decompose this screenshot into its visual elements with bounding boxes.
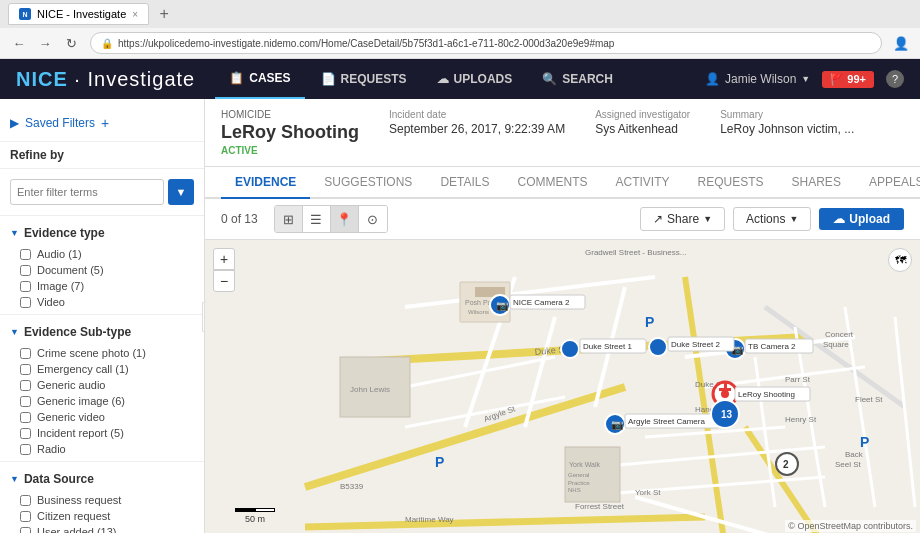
help-btn[interactable]: ? <box>886 70 904 88</box>
saved-filters-label: Saved Filters <box>25 116 95 130</box>
nav-requests[interactable]: 📄 REQUESTS <box>307 59 421 99</box>
filter-video[interactable]: Video <box>0 294 204 310</box>
audio-checkbox[interactable] <box>20 249 31 260</box>
address-bar: ← → ↻ 🔒 https://ukpolicedemo-investigate… <box>0 28 920 58</box>
grid-view-btn[interactable]: ⊞ <box>275 206 303 232</box>
filter-generic-audio[interactable]: Generic audio <box>0 377 204 393</box>
citizen-checkbox[interactable] <box>20 511 31 522</box>
image-checkbox[interactable] <box>20 281 31 292</box>
add-filter-icon[interactable]: + <box>101 115 109 131</box>
filter-input-row: ▼ <box>0 173 204 211</box>
svg-text:P: P <box>435 454 444 470</box>
zoom-in-btn[interactable]: + <box>213 248 235 270</box>
svg-text:General: General <box>568 472 589 478</box>
svg-point-51 <box>721 390 729 398</box>
tab-comments[interactable]: COMMENTS <box>504 167 602 199</box>
business-checkbox[interactable] <box>20 495 31 506</box>
evidence-subtype-label: Evidence Sub-type <box>24 325 131 339</box>
crime-scene-checkbox[interactable] <box>20 348 31 359</box>
back-btn[interactable]: ← <box>8 32 30 54</box>
map-type-control[interactable]: 🗺 <box>888 248 912 272</box>
generic-video-checkbox[interactable] <box>20 412 31 423</box>
share-btn[interactable]: ↗ Share ▼ <box>640 207 725 231</box>
video-checkbox[interactable] <box>20 297 31 308</box>
uploads-label: UPLOADS <box>454 72 513 86</box>
list-view-btn[interactable]: ☰ <box>303 206 331 232</box>
user-profile-btn[interactable]: 👤 <box>890 32 912 54</box>
forward-btn[interactable]: → <box>34 32 56 54</box>
svg-point-45 <box>649 338 667 356</box>
active-tab[interactable]: N NICE - Investigate × <box>8 3 149 25</box>
incident-report-checkbox[interactable] <box>20 428 31 439</box>
scale-black <box>235 508 255 512</box>
nav-cases[interactable]: 📋 CASES <box>215 59 304 99</box>
emergency-checkbox[interactable] <box>20 364 31 375</box>
filter-input[interactable] <box>10 179 164 205</box>
filter-document[interactable]: Document (5) <box>0 262 204 278</box>
logo-dot: · <box>74 68 87 90</box>
filter-radio[interactable]: Radio <box>0 441 204 457</box>
tab-requests[interactable]: REQUESTS <box>684 167 778 199</box>
url-bar[interactable]: 🔒 https://ukpolicedemo-investigate.nidem… <box>90 32 882 54</box>
tab-activity[interactable]: ACTIVITY <box>602 167 684 199</box>
filter-icon: ▶ <box>10 116 19 130</box>
filter-emergency[interactable]: Emergency call (1) <box>0 361 204 377</box>
incident-date-label: Incident date <box>389 109 565 120</box>
filter-audio[interactable]: Audio (1) <box>0 246 204 262</box>
actions-btn[interactable]: Actions ▼ <box>733 207 811 231</box>
filter-business[interactable]: Business request <box>0 492 204 508</box>
investigator-value: Sys Aitkenhead <box>595 122 690 136</box>
map-view-btn[interactable]: 📍 <box>331 206 359 232</box>
filter-generic-video[interactable]: Generic video <box>0 409 204 425</box>
data-source-header[interactable]: ▼ Data Source <box>0 466 204 492</box>
divider-1 <box>0 215 204 216</box>
tab-evidence[interactable]: EVIDENCE <box>221 167 310 199</box>
svg-text:13: 13 <box>721 409 733 420</box>
filter-citizen[interactable]: Citizen request <box>0 508 204 524</box>
app-logo: NICE · Investigate <box>16 68 195 91</box>
reload-btn[interactable]: ↻ <box>60 32 82 54</box>
tab-suggestions[interactable]: SUGGESTIONS <box>310 167 426 199</box>
clock-view-btn[interactable]: ⊙ <box>359 206 387 232</box>
emergency-label: Emergency call (1) <box>37 363 129 375</box>
upload-btn[interactable]: ☁ Upload <box>819 208 904 230</box>
flag-icon: 🚩 <box>830 73 844 85</box>
user-added-checkbox[interactable] <box>20 527 31 534</box>
divider-2 <box>0 314 204 315</box>
evidence-type-header[interactable]: ▼ Evidence type <box>0 220 204 246</box>
svg-text:Square: Square <box>823 340 849 349</box>
case-header: HOMICIDE LeRoy Shooting ACTIVE Incident … <box>205 99 920 167</box>
share-icon: ↗ <box>653 212 663 226</box>
user-menu-btn[interactable]: 👤 Jamie Wilson ▼ <box>705 72 810 86</box>
tab-appeals[interactable]: APPEALS <box>855 167 920 199</box>
tab-shares[interactable]: SHARES <box>778 167 855 199</box>
flag-btn[interactable]: 🚩 99+ <box>822 71 874 88</box>
document-checkbox[interactable] <box>20 265 31 276</box>
filter-user-added[interactable]: User added (13) <box>0 524 204 533</box>
browser-chrome: N NICE - Investigate × + ← → ↻ 🔒 https:/… <box>0 0 920 59</box>
upload-cloud-icon: ☁ <box>833 212 845 226</box>
filter-crime-scene[interactable]: Crime scene photo (1) <box>0 345 204 361</box>
map-area[interactable]: Duke Street Argyle St Maritime Way Hanov… <box>205 240 920 533</box>
filter-submit-btn[interactable]: ▼ <box>168 179 194 205</box>
map-type-btn[interactable]: 🗺 <box>888 248 912 272</box>
filter-generic-image[interactable]: Generic image (6) <box>0 393 204 409</box>
nav-search[interactable]: 🔍 SEARCH <box>528 59 627 99</box>
generic-image-checkbox[interactable] <box>20 396 31 407</box>
generic-audio-checkbox[interactable] <box>20 380 31 391</box>
new-tab-btn[interactable]: + <box>153 3 175 25</box>
evidence-subtype-header[interactable]: ▼ Evidence Sub-type <box>0 319 204 345</box>
svg-text:Fleet St: Fleet St <box>855 395 883 404</box>
share-dropdown-icon: ▼ <box>703 214 712 224</box>
saved-filters-btn[interactable]: ▶ Saved Filters + <box>0 109 204 137</box>
zoom-out-btn[interactable]: − <box>213 270 235 292</box>
tab-close-btn[interactable]: × <box>132 9 138 20</box>
nav-uploads[interactable]: ☁ UPLOADS <box>423 59 527 99</box>
svg-text:Argyle Street Camera: Argyle Street Camera <box>628 417 705 426</box>
filter-image[interactable]: Image (7) <box>0 278 204 294</box>
scale-label: 50 m <box>235 514 275 524</box>
user-dropdown-icon: ▼ <box>801 74 810 84</box>
radio-checkbox[interactable] <box>20 444 31 455</box>
filter-incident-report[interactable]: Incident report (5) <box>0 425 204 441</box>
tab-details[interactable]: DETAILS <box>426 167 503 199</box>
